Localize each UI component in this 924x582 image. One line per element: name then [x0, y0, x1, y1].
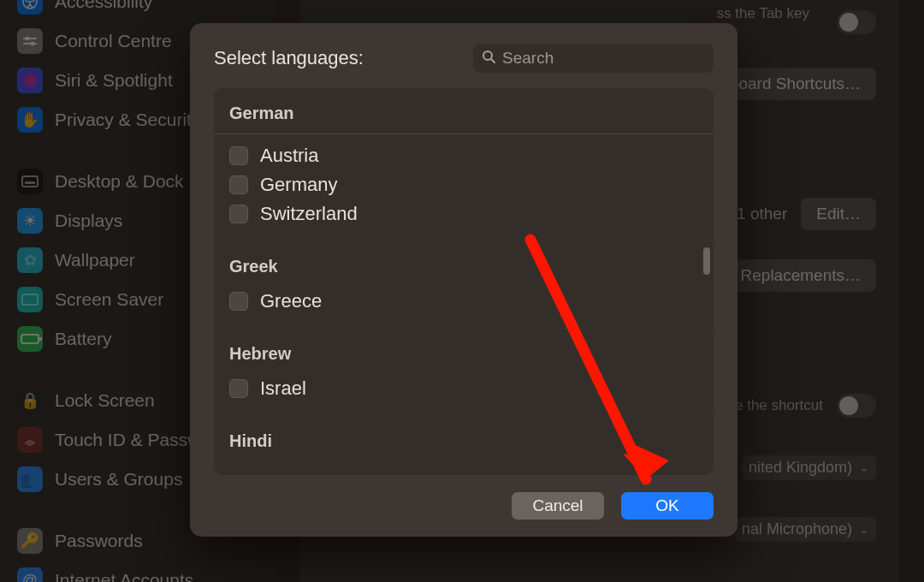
language-option-label: Switzerland	[260, 203, 358, 225]
checkbox[interactable]	[229, 292, 248, 311]
language-option-label: Germany	[260, 174, 337, 196]
language-option[interactable]: Austria	[214, 141, 714, 170]
checkbox[interactable]	[229, 175, 248, 194]
language-option[interactable]: Greece	[214, 287, 714, 316]
checkbox[interactable]	[229, 205, 248, 223]
select-languages-modal: Select languages: GermanAustriaGermanySw…	[190, 23, 737, 537]
checkbox[interactable]	[229, 379, 248, 398]
languages-list[interactable]: GermanAustriaGermanySwitzerlandGreekGree…	[214, 88, 714, 475]
language-option[interactable]: Switzerland	[214, 199, 714, 229]
language-search[interactable]	[473, 44, 714, 73]
language-option-label: Austria	[260, 145, 318, 167]
search-icon	[482, 50, 495, 68]
language-option[interactable]: Israel	[214, 374, 714, 403]
language-group-header: German	[214, 88, 714, 134]
svg-line-5	[491, 59, 495, 62]
language-group-header: Hebrew	[214, 328, 714, 374]
language-search-input[interactable]	[502, 49, 705, 68]
language-option[interactable]: Germany	[214, 170, 714, 199]
cancel-button[interactable]: Cancel	[512, 492, 604, 520]
language-group-header: Greek	[214, 241, 714, 287]
language-option-label: Greece	[260, 290, 322, 312]
language-option-label: Israel	[260, 377, 306, 400]
ok-button[interactable]: OK	[621, 492, 714, 520]
language-group-header: Hindi	[214, 415, 714, 461]
modal-title: Select languages:	[214, 47, 364, 69]
scrollbar-thumb[interactable]	[703, 247, 710, 275]
checkbox[interactable]	[229, 146, 248, 165]
